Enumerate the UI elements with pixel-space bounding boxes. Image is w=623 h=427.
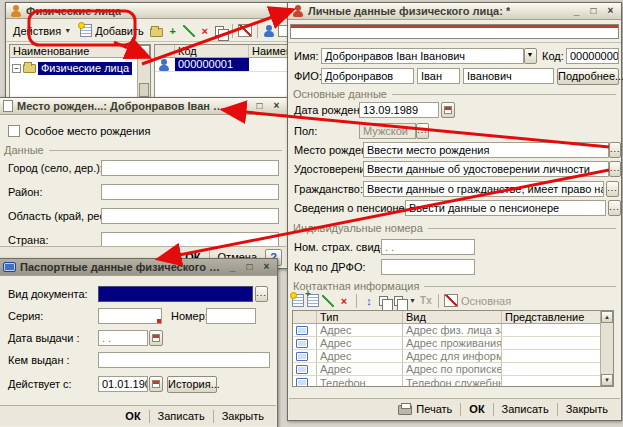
citizenship-picker-button[interactable]: ... [606,181,619,197]
contact-delete-icon[interactable]: × [337,294,351,308]
contact-edit-icon[interactable] [322,295,334,307]
scroll-up-icon[interactable]: ▲ [601,311,613,323]
first-name-field[interactable]: Іван [417,68,460,84]
details-button[interactable]: Подробнее... [557,68,619,85]
calendar-icon[interactable] [149,330,163,346]
minimize-icon[interactable]: _ [226,261,239,273]
name-dropdown-button[interactable]: ▼ [524,48,537,64]
history-button[interactable]: История... [167,376,217,393]
doc-type-field[interactable] [98,286,253,302]
city-field[interactable] [101,160,279,176]
new-group-icon[interactable] [150,28,163,37]
minimize-icon[interactable]: _ [570,5,583,17]
main-contact-icon[interactable] [444,294,458,307]
contact-row[interactable]: Адрес Адрес по прописке фи... [293,363,600,376]
col-code[interactable]: Код [175,45,249,57]
go-item-icon[interactable] [263,25,275,37]
contact-row[interactable]: Адрес Адрес проживания фи... [293,337,600,350]
calendar-icon[interactable] [441,102,455,118]
calendar-icon[interactable] [149,376,163,392]
last-name-field[interactable]: Добронравов [321,68,414,84]
col-icon[interactable] [293,311,317,323]
tree-header-dropdown-icon[interactable]: ▼ [128,48,137,55]
contacts-table-header[interactable]: Тип Вид Представление [293,311,600,324]
special-birthplace-checkbox[interactable] [8,125,20,137]
close-icon[interactable]: × [260,261,273,273]
print-button[interactable]: Печать [390,401,460,418]
col-presentation[interactable]: Представление [502,311,600,323]
save-button[interactable]: Записать [150,408,213,425]
insurance-field[interactable]: . . [381,239,475,255]
close-icon[interactable]: × [270,100,283,112]
contact-row[interactable]: Телефон Телефон служебный [293,376,600,386]
gender-field[interactable]: Мужской [359,123,416,139]
maximize-icon[interactable]: □ [253,100,266,112]
identity-field[interactable]: Ввести данные об удостоверении личности [363,161,609,177]
minimize-icon[interactable]: _ [236,100,249,112]
drfo-field[interactable] [381,259,475,275]
close-button[interactable]: Закрыть [558,401,616,418]
number-field[interactable] [206,308,256,324]
tree-header[interactable]: Наименование ▼ [10,45,137,58]
col-type[interactable]: Тип [317,311,403,323]
person-code-cell[interactable]: 000000001 [175,58,249,71]
contact-add-icon[interactable] [292,294,304,307]
pensioner-field[interactable]: Ввести данные о пенсионере [405,200,606,216]
valid-from-field[interactable]: 01.01.1900 [98,376,148,392]
birth-place-field[interactable]: Ввести место рождения [363,142,609,158]
gender-picker-button[interactable]: ... [416,123,429,139]
add-row-icon[interactable]: + [166,24,180,38]
contact-stack-button[interactable]: ▼ [394,295,416,306]
middle-name-field[interactable]: Іванович [463,68,554,84]
contact-add-green-icon[interactable] [307,294,319,307]
main-contact-button[interactable]: Основная [461,295,511,307]
persons-titlebar[interactable]: Физические лица [6,3,288,19]
filter-off-icon[interactable] [238,24,252,37]
col-name[interactable]: Наименован [249,45,287,57]
actions-menu-button[interactable]: Действия▼ [10,24,74,38]
tree-root-label[interactable]: Физические лица [38,62,132,75]
name-field[interactable]: Добронравов Іван Іванович [321,48,524,64]
add-button[interactable]: Добавить [77,23,147,38]
contact-row[interactable]: Адрес Адрес для информиро... [293,350,600,363]
persons-table-header[interactable]: Код Наименован [155,45,287,58]
scroll-down-icon[interactable]: ▼ [601,374,613,386]
contact-copy-icon[interactable] [379,296,388,306]
maximize-icon[interactable]: □ [587,5,600,17]
issued-by-field[interactable] [98,352,270,368]
region-field[interactable] [101,208,279,224]
close-button[interactable]: Закрыть [214,408,272,425]
personal-titlebar[interactable]: Личные данные физического лица: * _ □ × [288,3,621,20]
delete-icon[interactable]: × [198,24,212,38]
issue-date-field[interactable]: . . [98,330,148,346]
ok-button[interactable]: ОК [117,408,148,425]
citizenship-field[interactable]: Ввести данные о гражданстве, имеет право… [363,181,604,197]
birth-date-field[interactable]: 13.09.1989 [359,102,439,118]
series-field[interactable] [98,308,162,324]
birth-place-picker-button[interactable]: ... [609,142,621,158]
contacts-scrollbar[interactable]: ▲ ▼ [600,311,613,386]
scroll-thumb[interactable] [139,83,149,97]
district-field[interactable] [101,184,279,200]
code-field[interactable]: 000000001 [566,48,619,64]
identity-picker-button[interactable]: ... [609,161,621,177]
doc-type-picker-button[interactable]: ... [255,286,268,302]
scroll-up-icon[interactable]: ▲ [138,45,150,57]
ok-button[interactable]: ОК [461,401,492,418]
sort-icon[interactable]: ↕ [362,294,376,308]
col-icon[interactable] [155,45,175,57]
copy-icon[interactable] [215,26,224,36]
tree-root-row[interactable]: − Физические лица [12,62,132,75]
edit-icon[interactable] [183,25,195,37]
filter-clear-icon[interactable]: Tx [419,294,433,308]
save-button[interactable]: Записать [494,401,557,418]
maximize-icon[interactable]: □ [243,261,256,273]
birthplace-titlebar[interactable]: Место рожден...: Добронравов Іван Іванов… [0,98,287,115]
passport-titlebar[interactable]: Паспортные данные физического лица * _ □… [0,259,277,276]
person-row[interactable]: 000000001 [155,58,287,72]
tree-expand-icon[interactable]: − [12,64,21,73]
contact-row[interactable]: Адрес Адрес физ. лица за пр... [293,324,600,337]
pensioner-picker-button[interactable]: ... [608,200,621,216]
close-icon[interactable]: × [604,5,617,17]
events-calendar-icon[interactable] [384,24,398,39]
